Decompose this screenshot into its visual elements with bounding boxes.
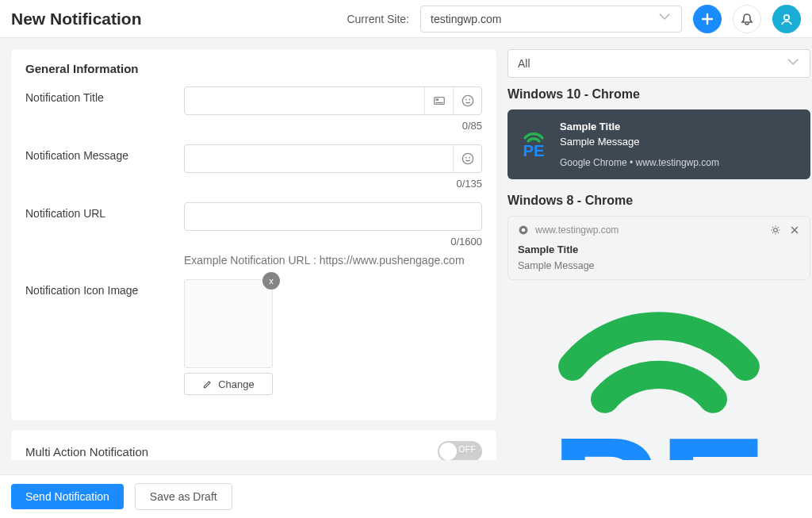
pe-logo-icon — [519, 129, 549, 159]
title-emoji-icon[interactable] — [453, 87, 481, 114]
url-input[interactable] — [185, 203, 481, 230]
close-icon[interactable] — [789, 224, 800, 236]
message-input-wrap — [184, 144, 482, 173]
site-select-value: testingwp.com — [431, 13, 501, 25]
message-emoji-icon[interactable] — [453, 145, 481, 172]
save-draft-button[interactable]: Save as Draft — [135, 483, 232, 510]
icon-image-label: Notification Icon Image — [25, 279, 168, 297]
section-title: General Information — [25, 62, 482, 75]
preview-source: Google Chrome • www.testingwp.com — [560, 157, 719, 168]
current-site-label: Current Site: — [347, 13, 409, 25]
message-counter: 0/135 — [456, 178, 482, 190]
title-card-icon[interactable] — [424, 87, 453, 114]
avatar[interactable] — [772, 5, 801, 33]
icon-image-preview[interactable]: x — [184, 279, 273, 368]
title-label: Notification Title — [25, 86, 168, 104]
change-icon-label: Change — [218, 378, 255, 390]
title-counter: 0/85 — [462, 120, 482, 132]
preview-filter-value: All — [518, 57, 530, 70]
preview-filter-select[interactable]: All — [508, 49, 810, 78]
pe-logo-icon — [508, 280, 810, 460]
chrome-icon — [518, 224, 529, 236]
title-input[interactable] — [185, 87, 424, 114]
footer-bar: Send Notification Save as Draft — [0, 474, 812, 518]
url-label: Notification URL — [25, 202, 168, 220]
preview-heading: Windows 10 - Chrome — [508, 87, 810, 102]
pencil-icon — [202, 378, 213, 389]
notifications-button[interactable] — [733, 5, 761, 33]
page-title: New Notification — [11, 10, 142, 29]
preview-win10-chrome: Windows 10 - Chrome Sample Title Sample … — [508, 87, 810, 179]
preview-message: Sample Message — [518, 260, 800, 271]
preview-title: Sample Title — [518, 244, 800, 255]
remove-icon-image-button[interactable]: x — [262, 272, 280, 290]
general-information-card: General Information Notification Title 0… — [11, 49, 496, 420]
url-counter: 0/1600 — [450, 236, 482, 247]
toggle-knob — [439, 443, 457, 460]
multi-action-label: Multi Action Notification — [25, 445, 148, 459]
preview-title: Sample Title — [560, 121, 719, 132]
change-icon-button[interactable]: Change — [184, 373, 273, 395]
title-input-wrap — [184, 86, 482, 115]
preview-heading: Windows 8 - Chrome — [508, 194, 810, 208]
multi-action-card: Multi Action Notification OFF — [11, 430, 496, 460]
multi-action-toggle[interactable]: OFF — [438, 441, 482, 460]
send-notification-button[interactable]: Send Notification — [11, 484, 124, 509]
preview-win8-chrome: Windows 8 - Chrome www.testingwp.com Sam… — [508, 194, 810, 460]
site-select[interactable]: testingwp.com — [420, 6, 682, 33]
message-input[interactable] — [185, 145, 453, 172]
chevron-down-icon — [787, 56, 800, 71]
gear-icon[interactable] — [770, 224, 781, 236]
preview-domain: www.testingwp.com — [535, 224, 619, 236]
url-hint: Example Notification URL : https://www.p… — [184, 254, 482, 267]
add-button[interactable] — [693, 5, 722, 33]
message-label: Notification Message — [25, 144, 168, 162]
chevron-down-icon — [659, 11, 672, 26]
toggle-off-text: OFF — [459, 445, 477, 454]
preview-message: Sample Message — [560, 136, 719, 148]
url-input-wrap — [184, 202, 482, 231]
